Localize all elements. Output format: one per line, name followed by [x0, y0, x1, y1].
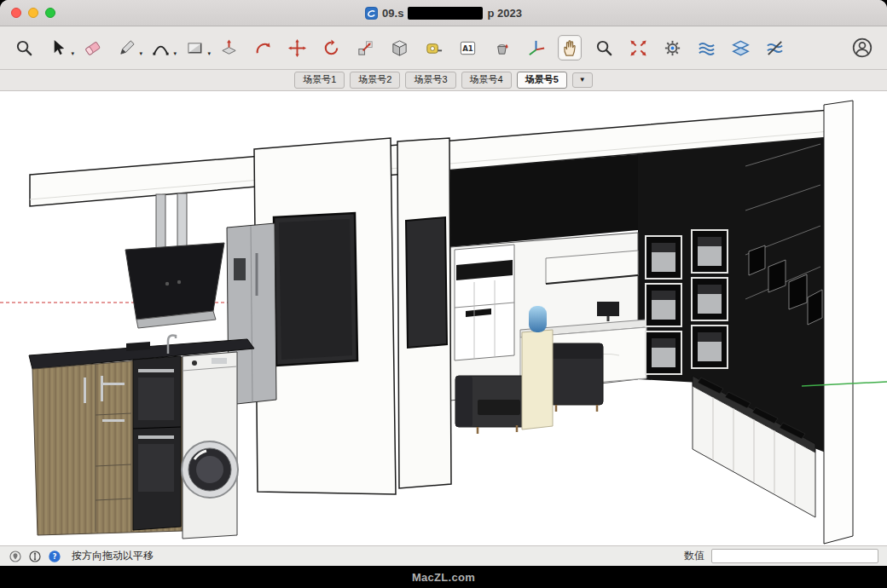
tool-zoom-extents[interactable]: [626, 35, 650, 61]
chevron-down-icon: ▾: [173, 50, 177, 56]
status-hint: 按方向拖动以平移: [72, 549, 154, 563]
tool-select[interactable]: ▾: [46, 35, 70, 61]
traffic-lights: [11, 0, 55, 26]
geolocation-icon[interactable]: [9, 550, 22, 563]
tool-gear[interactable]: [660, 35, 684, 61]
measurements-label: 数值: [684, 549, 704, 563]
scene-tabs: 场景号1场景号2场景号3场景号4场景号5▼: [0, 70, 887, 91]
sofa-right: [550, 343, 603, 412]
toolbar-tools: ▾▾▾▾A1: [12, 35, 786, 61]
tool-pan-hand[interactable]: [558, 35, 582, 61]
tool-arc[interactable]: ▾: [148, 35, 172, 61]
tool-eraser[interactable]: [80, 35, 104, 61]
account-button[interactable]: [849, 35, 875, 61]
kitchenette: [455, 245, 514, 360]
sketchup-window: 09.s p 2023 ▾▾▾▾A1 场景号1场景号2场景号3场景号4场景号5▼: [0, 0, 887, 588]
right-edge-column: [824, 101, 853, 544]
statusbar: ? 按方向拖动以平移 数值: [0, 545, 887, 566]
measurements: 数值: [684, 549, 878, 563]
tool-layers[interactable]: [728, 35, 752, 61]
chevron-down-icon: ▾: [71, 50, 74, 56]
coffee-table: [478, 400, 520, 415]
tool-push-pull[interactable]: [217, 35, 241, 61]
svg-text:A1: A1: [462, 43, 473, 52]
column-small: [397, 138, 451, 488]
washing-machine: [182, 352, 238, 539]
viewport[interactable]: [0, 91, 887, 545]
tool-component-box[interactable]: [387, 35, 411, 61]
tool-zoom[interactable]: [592, 35, 616, 61]
watermark-bar: MacZL.com: [0, 566, 887, 588]
svg-text:?: ?: [53, 553, 57, 561]
tool-rotate[interactable]: [319, 35, 343, 61]
tool-follow-me[interactable]: [251, 35, 275, 61]
tool-waves-slash[interactable]: [762, 35, 786, 61]
help-icon[interactable]: ?: [48, 550, 61, 563]
tool-paint-bucket[interactable]: [490, 35, 513, 61]
scene-tab-3[interactable]: 场景号3: [405, 72, 455, 89]
tool-scale[interactable]: [353, 35, 377, 61]
scene-tab-4[interactable]: 场景号4: [461, 72, 512, 89]
scene-tab-1[interactable]: 场景号1: [294, 72, 345, 89]
window-title: 09.s p 2023: [365, 7, 522, 20]
close-button[interactable]: [11, 8, 21, 18]
app-icon: [365, 7, 378, 20]
chevron-down-icon: ▾: [207, 50, 211, 56]
tool-text-a1[interactable]: A1: [455, 35, 479, 61]
kitchen-island: [29, 336, 254, 539]
range-hood: [125, 193, 224, 328]
built-in-oven: [133, 356, 181, 530]
tool-shapes[interactable]: ▾: [183, 35, 206, 61]
tool-search[interactable]: [12, 35, 36, 61]
scene-tab-2[interactable]: 场景号2: [350, 72, 400, 89]
scene-tabs-overflow-button[interactable]: ▼: [572, 72, 593, 89]
tool-axes[interactable]: [524, 35, 548, 61]
monitor: [597, 302, 619, 316]
watermark-text: MacZL.com: [412, 571, 475, 584]
measurements-input[interactable]: [711, 549, 878, 563]
tool-pencil[interactable]: ▾: [114, 35, 138, 61]
credit-icon[interactable]: [28, 550, 42, 563]
chevron-down-icon: ▾: [139, 50, 142, 56]
maximize-button[interactable]: [45, 8, 55, 18]
toolbar: ▾▾▾▾A1: [0, 26, 887, 70]
status-icons: ?: [9, 550, 61, 563]
titlebar: 09.s p 2023: [0, 0, 887, 26]
window-title-right: p 2023: [487, 7, 521, 20]
tool-tape-measure[interactable]: [421, 35, 445, 61]
tool-fog-waves[interactable]: [694, 35, 718, 61]
window-title-left: 09.s: [382, 7, 403, 20]
scene-tab-5[interactable]: 场景号5: [517, 72, 567, 89]
minimize-button[interactable]: [28, 8, 38, 18]
redacted-title-text: [408, 7, 483, 20]
viewport-3d-scene: [0, 91, 887, 545]
tool-move[interactable]: [285, 35, 309, 61]
